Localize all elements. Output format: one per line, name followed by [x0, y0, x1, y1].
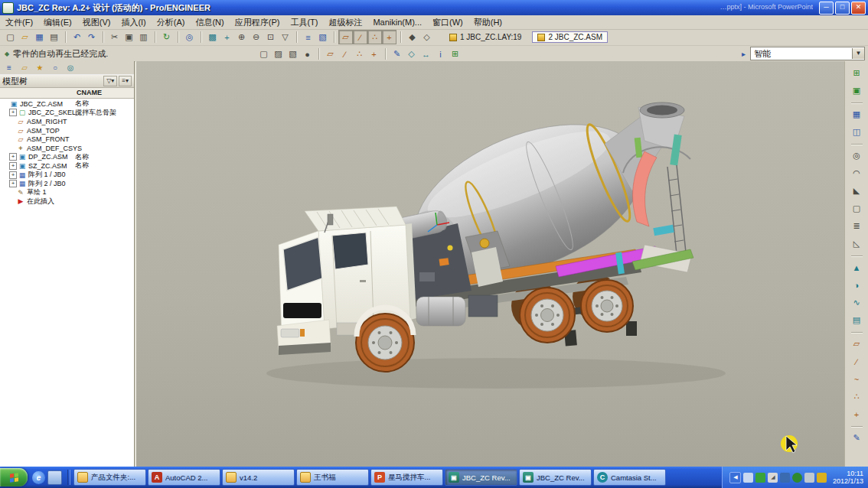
chamfer-icon[interactable]: ◣: [849, 183, 865, 199]
fuel-tank[interactable]: [416, 295, 498, 326]
tray-antivirus-icon[interactable]: [792, 473, 802, 483]
graphics-viewport[interactable]: [135, 61, 845, 467]
csys-icon[interactable]: +: [849, 406, 865, 422]
expand-toggle[interactable]: [9, 162, 17, 170]
taskbar-button[interactable]: 王书福: [296, 469, 369, 486]
cut-icon[interactable]: ✂: [107, 30, 122, 44]
menu-item[interactable]: Manikin(M)...: [367, 16, 427, 29]
shell-icon[interactable]: ▢: [849, 200, 865, 216]
create-component-icon[interactable]: ▣: [849, 83, 865, 99]
tree-item[interactable]: JBC_ZC_SKEL... 搅拌车总骨架: [0, 109, 134, 118]
refit-icon[interactable]: ⊡: [263, 30, 278, 44]
taskbar-button[interactable]: AutoCAD 2...: [148, 469, 220, 486]
menu-item[interactable]: 编辑(E): [38, 16, 77, 29]
show-desktop-icon[interactable]: [47, 470, 62, 485]
taskbar-button[interactable]: 产品文件夹:...: [73, 469, 146, 486]
draft-icon[interactable]: ◺: [849, 236, 865, 252]
expand-toggle[interactable]: [9, 153, 17, 161]
sweep-icon[interactable]: ∿: [849, 294, 865, 311]
menu-item[interactable]: 窗口(W): [427, 16, 468, 29]
round-icon[interactable]: ◠: [849, 165, 865, 181]
datum-axis-tool-icon[interactable]: ∕: [338, 47, 352, 61]
saved-views-icon[interactable]: ▽: [278, 30, 292, 44]
rear-wheel-2[interactable]: [581, 280, 633, 332]
regenerate-icon[interactable]: ↻: [159, 30, 174, 44]
taskbar-button[interactable]: JBC_ZC Rev...: [445, 469, 517, 486]
open-file-icon[interactable]: ▱: [18, 30, 32, 44]
mirror-icon[interactable]: ◫: [849, 124, 865, 140]
mixer-truck-model[interactable]: [136, 61, 845, 467]
paste-icon[interactable]: ▥: [136, 30, 151, 44]
rear-wheel-1[interactable]: [520, 288, 575, 343]
undo-icon[interactable]: ↶: [70, 30, 84, 44]
datum-point-icon[interactable]: ∴: [849, 389, 865, 405]
new-file-icon[interactable]: ▢: [3, 30, 18, 44]
view-manager-icon[interactable]: ▧: [315, 30, 330, 44]
no-hidden-icon[interactable]: ▧: [286, 47, 300, 61]
repaint-icon[interactable]: ▩: [205, 30, 220, 44]
close-button[interactable]: ✕: [851, 2, 866, 15]
filter-dropdown-button[interactable]: ▼: [852, 48, 864, 59]
selection-filter-combobox[interactable]: 智能 ▼: [750, 47, 865, 60]
discharge-chute[interactable]: [633, 151, 674, 236]
menu-item[interactable]: 文件(F): [0, 16, 38, 29]
front-wheel[interactable]: [356, 307, 414, 372]
connections-icon[interactable]: ◎: [64, 61, 77, 74]
datum-axis-icon[interactable]: ∕: [849, 353, 865, 369]
layers-icon[interactable]: ≡: [301, 30, 315, 44]
minimize-button[interactable]: ─: [819, 2, 834, 15]
menu-item[interactable]: 帮助(H): [468, 16, 507, 29]
shaded-icon[interactable]: ●: [300, 47, 315, 61]
taskbar-button[interactable]: v14.2: [222, 469, 295, 486]
datum-point-tool-icon[interactable]: ∴: [352, 47, 367, 61]
tray-volume-icon[interactable]: [768, 473, 778, 483]
tree-item[interactable]: JBC_ZC.ASM 名称: [0, 99, 134, 109]
menu-item[interactable]: 超级标注: [323, 16, 367, 29]
save-icon[interactable]: ▦: [32, 30, 47, 44]
tree-item[interactable]: ASM_DEF_CSYS: [0, 144, 134, 153]
start-button[interactable]: [0, 468, 28, 486]
history-icon[interactable]: ○: [48, 61, 62, 74]
assemble-component-icon[interactable]: ⊞: [849, 65, 865, 81]
search-icon[interactable]: ◎: [182, 30, 197, 44]
datum-axis-display-icon[interactable]: ∕: [353, 30, 367, 44]
zoom-out-icon[interactable]: ⊖: [249, 30, 263, 44]
taskbar-button[interactable]: JBC_ZC Rev...: [519, 469, 592, 486]
maximize-button[interactable]: □: [835, 2, 850, 15]
hidden-icons-chevron[interactable]: [729, 472, 741, 483]
print-icon[interactable]: ▤: [47, 30, 61, 44]
extrude-icon[interactable]: ▲: [849, 259, 865, 275]
taskbar-button[interactable]: Camtasia St...: [593, 469, 666, 486]
folder-browser-icon[interactable]: ▱: [18, 61, 31, 74]
tree-item[interactable]: 阵列 2 / JB0: [0, 179, 134, 188]
model-tree-tab-icon[interactable]: ≡: [2, 61, 16, 74]
datum-curve-icon[interactable]: ~: [849, 371, 865, 387]
tree-item[interactable]: DP_ZC.ASM 名称: [0, 153, 134, 162]
tree-item[interactable]: SZ_ZC.ASM 名称: [0, 161, 134, 171]
analysis-icon[interactable]: ◇: [404, 47, 419, 61]
window-tab[interactable]: 2 JBC_ZC.ASM: [532, 31, 608, 43]
component-icon[interactable]: ⊞: [448, 47, 462, 61]
csys-display-icon[interactable]: +: [382, 30, 396, 44]
tree-item[interactable]: 草绘 1: [0, 188, 134, 197]
menu-item[interactable]: 应用程序(P): [230, 16, 286, 29]
tray-network-icon[interactable]: [804, 473, 814, 483]
tree-item[interactable]: ASM_FRONT: [0, 135, 134, 144]
menu-item[interactable]: 插入(I): [116, 16, 151, 29]
tree-item[interactable]: ASM_RIGHT: [0, 117, 134, 126]
rib-icon[interactable]: ≣: [849, 218, 865, 234]
datum-plane-display-icon[interactable]: ▱: [338, 30, 353, 44]
tree-settings-dropdown-button[interactable]: ≡▾: [119, 76, 132, 86]
info-icon[interactable]: i: [433, 47, 448, 61]
favorites-icon[interactable]: ★: [33, 61, 47, 74]
tree-item[interactable]: 阵列 1 / JB0: [0, 171, 134, 180]
csys-tool-icon[interactable]: +: [367, 47, 381, 61]
hole-icon[interactable]: ◎: [849, 148, 865, 164]
window-tab[interactable]: 1 JBC_ZC.LAY:19: [445, 32, 526, 42]
redo-icon[interactable]: ↷: [84, 30, 99, 44]
annotation-display-icon[interactable]: ◆: [405, 30, 419, 44]
datum-point-display-icon[interactable]: ∴: [367, 30, 382, 44]
menu-item[interactable]: 分析(A): [152, 16, 191, 29]
copy-icon[interactable]: ▣: [122, 30, 136, 44]
datum-plane-tool-icon[interactable]: ▱: [323, 47, 338, 61]
